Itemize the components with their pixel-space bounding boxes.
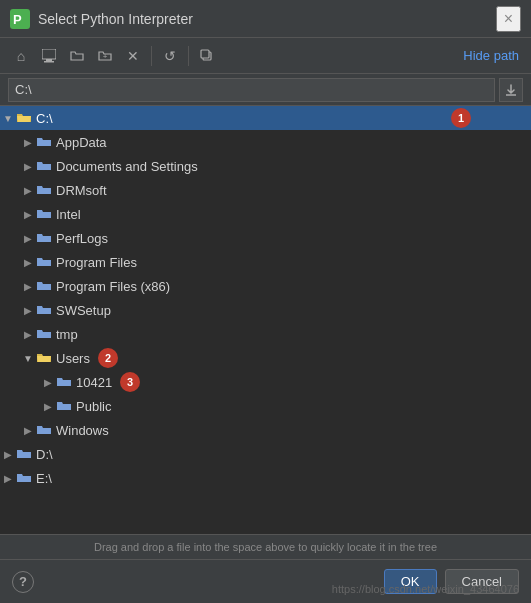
tree-arrow-programfiles[interactable]: ▶ [20,254,36,270]
tree-label-tmp: tmp [56,327,78,342]
svg-text:+: + [103,52,108,61]
folder-icon-10421 [56,374,72,390]
tree-item-d_root[interactable]: ▶D:\ [0,442,531,466]
folder-icon-programfiles [36,254,52,270]
svg-rect-2 [42,49,56,59]
tree-arrow-tmp[interactable]: ▶ [20,326,36,342]
dialog-title: Select Python Interpreter [38,11,496,27]
tree-arrow-windows[interactable]: ▶ [20,422,36,438]
toolbar: ⌂ + ✕ ↺ Hide path [0,38,531,74]
bottom-bar: ? OK Cancel [0,559,531,603]
tree-label-programfiles: Program Files [56,255,137,270]
folder-icon-windows [36,422,52,438]
tree-arrow-swsetup[interactable]: ▶ [20,302,36,318]
tree-item-public[interactable]: ▶Public [0,394,531,418]
annotation-1: 1 [451,108,471,128]
toolbar-separator [151,46,152,66]
tree-arrow-users[interactable]: ▼ [20,350,36,366]
tree-label-public: Public [76,399,111,414]
tree-arrow-e_root[interactable]: ▶ [0,470,16,486]
title-bar: P Select Python Interpreter × [0,0,531,38]
folder-icon-tmp [36,326,52,342]
svg-rect-4 [44,61,54,63]
svg-rect-3 [46,59,52,61]
toolbar-separator2 [188,46,189,66]
annotation-2: 2 [98,348,118,368]
tree-item-intel[interactable]: ▶Intel [0,202,531,226]
folder-icon-users [36,350,52,366]
tree-item-docset[interactable]: ▶Documents and Settings [0,154,531,178]
tree-item-swsetup[interactable]: ▶SWSetup [0,298,531,322]
tree-label-perflogs: PerfLogs [56,231,108,246]
tree-arrow-intel[interactable]: ▶ [20,206,36,222]
tree-item-appdata[interactable]: ▶AppData [0,130,531,154]
folder-button[interactable] [64,43,90,69]
tree-arrow-public[interactable]: ▶ [40,398,56,414]
folder-icon-perflogs [36,230,52,246]
tree-item-users[interactable]: ▼Users2 [0,346,531,370]
tree-container: ▼C:\1▶AppData▶Documents and Settings▶DRM… [0,106,531,534]
tree-arrow-docset[interactable]: ▶ [20,158,36,174]
tree-item-10421[interactable]: ▶104213 [0,370,531,394]
tree-item-c_root[interactable]: ▼C:\1 [0,106,531,130]
tree-arrow-d_root[interactable]: ▶ [0,446,16,462]
tree-arrow-perflogs[interactable]: ▶ [20,230,36,246]
tree-label-users: Users [56,351,90,366]
tree-label-drmsoft: DRMsoft [56,183,107,198]
tree-arrow-programfilesx86[interactable]: ▶ [20,278,36,294]
tree-label-appdata: AppData [56,135,107,150]
refresh-button[interactable]: ↺ [157,43,183,69]
folder-icon-programfilesx86 [36,278,52,294]
tree-item-programfilesx86[interactable]: ▶Program Files (x86) [0,274,531,298]
watermark: https://blog.csdn.net/weixin_43464076 [332,583,519,595]
folder2-button[interactable]: + [92,43,118,69]
folder-icon-docset [36,158,52,174]
delete-button[interactable]: ✕ [120,43,146,69]
tree-item-drmsoft[interactable]: ▶DRMsoft [0,178,531,202]
svg-rect-7 [201,50,209,58]
tree-item-tmp[interactable]: ▶tmp [0,322,531,346]
folder-icon-drmsoft [36,182,52,198]
tree-item-e_root[interactable]: ▶E:\ [0,466,531,490]
tree-arrow-appdata[interactable]: ▶ [20,134,36,150]
tree-item-programfiles[interactable]: ▶Program Files [0,250,531,274]
folder-icon-d_root [16,446,32,462]
tree-arrow-10421[interactable]: ▶ [40,374,56,390]
folder-icon-appdata [36,134,52,150]
tree-label-windows: Windows [56,423,109,438]
folder-icon-public [56,398,72,414]
folder-icon-swsetup [36,302,52,318]
desktop-button[interactable] [36,43,62,69]
copy-button[interactable] [194,43,220,69]
tree-label-c_root: C:\ [36,111,53,126]
path-input[interactable] [8,78,495,102]
tree-label-d_root: D:\ [36,447,53,462]
tree-label-10421: 10421 [76,375,112,390]
tree-label-swsetup: SWSetup [56,303,111,318]
hide-path-button[interactable]: Hide path [459,46,523,65]
drag-hint: Drag and drop a file into the space abov… [0,534,531,559]
tree-label-intel: Intel [56,207,81,222]
folder-icon-intel [36,206,52,222]
app-icon: P [10,9,30,29]
folder-icon-c_root [16,110,32,126]
folder-icon-e_root [16,470,32,486]
close-button[interactable]: × [496,6,521,32]
home-button[interactable]: ⌂ [8,43,34,69]
help-button[interactable]: ? [12,571,34,593]
tree-item-perflogs[interactable]: ▶PerfLogs [0,226,531,250]
tree-arrow-drmsoft[interactable]: ▶ [20,182,36,198]
svg-text:P: P [13,12,22,27]
path-download-button[interactable] [499,78,523,102]
path-bar [0,74,531,106]
tree-label-e_root: E:\ [36,471,52,486]
tree-label-docset: Documents and Settings [56,159,198,174]
tree-item-windows[interactable]: ▶Windows [0,418,531,442]
tree-arrow-c_root[interactable]: ▼ [0,110,16,126]
annotation-3: 3 [120,372,140,392]
tree-label-programfilesx86: Program Files (x86) [56,279,170,294]
